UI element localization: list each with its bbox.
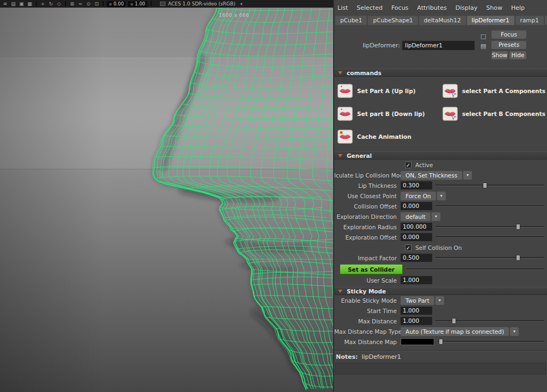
general-section-header[interactable]: General — [334, 151, 547, 160]
scale-tool-icon[interactable]: ◇ — [56, 0, 62, 8]
snap-to-curve-icon[interactable]: ≈ — [77, 0, 83, 8]
slider-groove[interactable] — [438, 341, 544, 342]
collision-offset-slider[interactable] — [435, 202, 545, 210]
notes-text-area[interactable] — [335, 363, 546, 375]
menu-attributes[interactable]: Attributes — [417, 4, 446, 11]
slider-knob[interactable] — [516, 224, 520, 230]
set-part-a-button[interactable]: Set Part A (Up lip) — [335, 79, 440, 102]
copy-tab-icon[interactable]: □ — [480, 33, 487, 40]
collapse-arrow-icon — [338, 154, 342, 157]
tab-place2dTex[interactable]: place2dTex — [545, 16, 547, 25]
slider-groove[interactable] — [435, 236, 544, 238]
exploration-radius-label: Exploration Radius — [334, 224, 401, 230]
slider-knob[interactable] — [516, 255, 520, 261]
slider-knob[interactable] — [483, 182, 487, 188]
move-tool-icon[interactable]: + — [40, 0, 46, 8]
show-button[interactable]: Show — [491, 51, 508, 59]
tab-pCubeShape1[interactable]: pCubeShape1 — [368, 16, 417, 25]
chevron-down-icon[interactable]: ▾ — [435, 296, 444, 305]
slider-knob[interactable] — [452, 318, 456, 324]
impact-factor-label: Impact Factor — [334, 255, 401, 261]
select-by-object-icon[interactable]: ▣ — [19, 0, 24, 8]
user-scale-field[interactable]: 1.000 — [401, 276, 432, 284]
max-distance-map-type-dropdown[interactable]: Auto (Texture if map is connected) — [401, 327, 509, 336]
viewport-toolbar: ≡▤▣▦+↻◇⊞≈⊙⊡▪0.00▪1.00ACES 1.0 SDR-video … — [0, 0, 333, 8]
impact-factor-row: Impact Factor 0.500 — [334, 253, 547, 263]
chevron-down-icon[interactable]: ▾ — [463, 171, 472, 180]
collision-offset-field[interactable]: 0.000 — [401, 202, 432, 210]
menu-focus[interactable]: Focus — [391, 4, 408, 11]
select-part-b-button[interactable]: select Part B Components — [440, 102, 546, 125]
slider-groove[interactable] — [406, 268, 544, 270]
self-collision-checkbox[interactable]: ✓ — [405, 244, 411, 251]
chevron-down-icon: ▾ — [241, 2, 243, 7]
menu-show[interactable]: Show — [486, 4, 502, 11]
slider-knob[interactable] — [439, 339, 443, 345]
lip-thickness-field[interactable]: 0.300 — [401, 181, 432, 189]
view-transform-dropdown[interactable]: ACES 1.0 SDR-video (sRGB)▾ — [160, 1, 243, 7]
collider-slider[interactable] — [406, 265, 545, 273]
tab-deltaMush12[interactable]: deltaMush12 — [419, 16, 466, 25]
exposure-field[interactable]: ▪0.00 — [107, 1, 126, 7]
select-part-a-button[interactable]: select Part A Components — [440, 79, 546, 102]
menu-help[interactable]: Help — [511, 4, 525, 11]
max-distance-map-label: Max Distance Map — [334, 339, 401, 345]
max-distance-map-swatch[interactable] — [401, 338, 434, 345]
collision-mode-dropdown[interactable]: ON, Set Thickness — [401, 171, 462, 180]
max-distance-label: Max Distance — [334, 318, 401, 324]
tab-pCube1[interactable]: pCube1 — [335, 16, 367, 25]
active-label: Active — [415, 162, 433, 168]
enable-sticky-mode-dropdown[interactable]: Two Part — [401, 296, 434, 305]
max-distance-map-slider[interactable] — [438, 338, 545, 346]
exploration-direction-dropdown[interactable]: default — [401, 212, 431, 221]
tab-lipDeformer1[interactable]: lipDeformer1 — [467, 16, 514, 25]
set-part-b-button[interactable]: Set part B (Down lip) — [335, 102, 440, 125]
snap-to-point-icon[interactable]: ⊙ — [85, 0, 91, 8]
gamma-field[interactable]: ▪1.00 — [128, 1, 147, 7]
self-collision-row: ✓ Self Collision On — [334, 242, 547, 253]
lip-thickness-slider[interactable] — [435, 181, 545, 189]
use-closest-point-dropdown[interactable]: Force On — [401, 192, 436, 200]
exploration-radius-field[interactable]: 100.000 — [401, 223, 432, 231]
commands-section-header[interactable]: commands — [334, 69, 547, 77]
cache-animation-button[interactable]: Cache Animation — [335, 125, 440, 148]
chevron-down-icon[interactable]: ▾ — [437, 192, 446, 200]
active-checkbox[interactable]: ✓ — [405, 162, 411, 168]
viewport-canvas[interactable] — [0, 8, 333, 392]
slider-groove[interactable] — [435, 185, 544, 186]
exploration-radius-slider[interactable] — [435, 223, 545, 231]
exploration-offset-field[interactable]: 0.000 — [401, 233, 432, 241]
snap-to-plane-icon[interactable]: ⊡ — [94, 0, 100, 8]
slider-groove[interactable] — [435, 205, 544, 207]
menu-display[interactable]: Display — [456, 4, 478, 11]
max-distance-slider[interactable] — [435, 317, 545, 325]
slider-groove[interactable] — [435, 226, 544, 228]
panel-menu-icon[interactable]: ≡ — [2, 0, 8, 8]
chevron-down-icon[interactable]: ▾ — [510, 327, 519, 336]
select-by-hierarchy-icon[interactable]: ▤ — [10, 0, 16, 8]
exploration-offset-slider[interactable] — [435, 233, 545, 241]
slider-groove[interactable] — [435, 257, 544, 259]
select-by-component-icon[interactable]: ▦ — [27, 0, 33, 8]
tab-ramp1[interactable]: ramp1 — [515, 16, 544, 25]
menu-list[interactable]: List — [337, 4, 348, 11]
set-as-collider-button[interactable]: Set as Collider — [340, 264, 403, 274]
presets-button[interactable]: Presets — [491, 41, 526, 49]
impact-factor-slider[interactable] — [435, 254, 545, 262]
start-time-field[interactable]: 1.000 — [401, 307, 432, 315]
node-name-field[interactable]: lipDeformer1 — [402, 41, 475, 50]
hide-button[interactable]: Hide — [509, 51, 526, 59]
start-time-label: Start Time — [334, 308, 401, 314]
sticky-mode-section-header[interactable]: Sticky Mode — [334, 287, 547, 295]
chevron-down-icon[interactable]: ▾ — [432, 212, 440, 221]
show-attributes-icon[interactable]: ▤ — [480, 42, 487, 50]
max-distance-field[interactable]: 1.000 — [401, 317, 432, 325]
collision-mode-label: lculate Lip Collision Mode — [334, 172, 401, 179]
attribute-editor-panel: ListSelectedFocusAttributesDisplayShowHe… — [333, 0, 547, 392]
impact-factor-field[interactable]: 0.500 — [401, 254, 432, 262]
rotate-tool-icon[interactable]: ↻ — [48, 0, 54, 8]
menu-selected[interactable]: Selected — [357, 4, 383, 11]
collision-offset-label: Collision Offset — [334, 203, 401, 210]
focus-button[interactable]: Focus — [491, 30, 526, 39]
snap-to-grid-icon[interactable]: ⊞ — [69, 0, 75, 8]
